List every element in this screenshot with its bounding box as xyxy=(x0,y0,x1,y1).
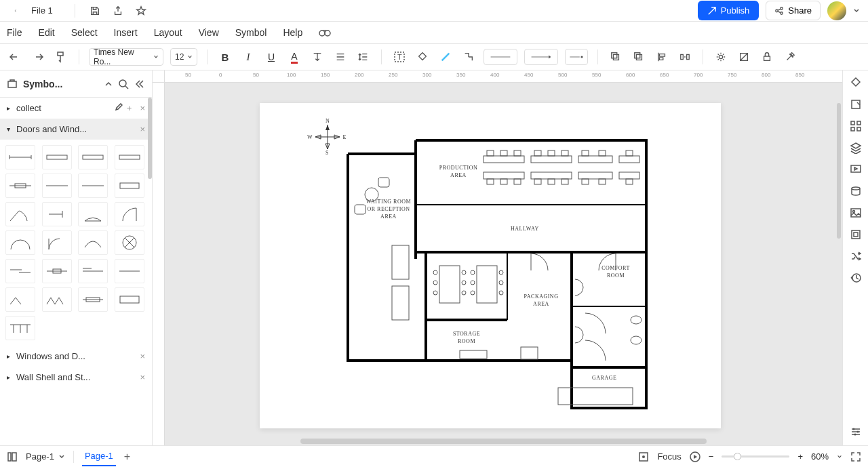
group-windows-doors[interactable]: ▸ Windows and D... × xyxy=(0,346,152,367)
group-doors-windows[interactable]: ▾ Doors and Wind... × xyxy=(0,119,152,140)
user-menu-chevron-icon[interactable] xyxy=(853,7,860,14)
group-collect[interactable]: ▸ collect + × xyxy=(0,98,152,119)
history-icon[interactable] xyxy=(849,271,863,285)
back-arrow-icon[interactable] xyxy=(14,5,26,17)
connector-button[interactable] xyxy=(460,49,477,65)
layers-panel-icon[interactable] xyxy=(849,141,863,155)
distribute-button[interactable] xyxy=(677,49,693,65)
symbol-window-3[interactable] xyxy=(78,174,108,198)
image-icon[interactable] xyxy=(849,206,863,220)
symbol-wall-2[interactable] xyxy=(78,145,108,169)
menu-select[interactable]: Select xyxy=(71,27,98,38)
canvas[interactable]: N S E W xyxy=(165,83,842,445)
undo-button[interactable] xyxy=(7,49,23,65)
plus-icon[interactable]: + xyxy=(127,103,132,113)
zoom-in-button[interactable]: + xyxy=(797,451,803,462)
symbol-bifold-2[interactable] xyxy=(5,287,35,312)
export-icon[interactable] xyxy=(112,5,124,17)
italic-button[interactable]: I xyxy=(240,49,256,65)
symbol-revolving[interactable] xyxy=(115,230,144,255)
symbol-bifold-3[interactable] xyxy=(42,287,72,312)
grid-panel-icon[interactable] xyxy=(849,119,863,133)
menu-file[interactable]: File xyxy=(7,27,22,38)
drawing-page[interactable]: N S E W xyxy=(260,103,721,428)
align-left-button[interactable] xyxy=(654,49,670,65)
font-select[interactable]: Times New Ro... xyxy=(89,48,163,66)
bold-button[interactable]: B xyxy=(217,49,233,65)
page-selector[interactable]: Page-1 xyxy=(26,451,65,462)
save-icon[interactable] xyxy=(89,5,101,17)
symbol-door-arc[interactable] xyxy=(78,202,108,226)
zoom-out-button[interactable]: − xyxy=(709,451,714,462)
symbol-door-left[interactable] xyxy=(42,230,72,255)
symbol-door-curve[interactable] xyxy=(78,230,108,255)
symbol-sliding-2[interactable] xyxy=(42,259,72,283)
line-color-button[interactable] xyxy=(437,49,454,65)
close-icon[interactable]: × xyxy=(140,372,145,382)
text-tool-button[interactable]: T xyxy=(391,49,408,65)
menu-symbol[interactable]: Symbol xyxy=(235,27,267,38)
group-wall-shell[interactable]: ▸ Wall Shell and St... × xyxy=(0,367,152,388)
format-painter-button[interactable] xyxy=(53,49,69,65)
tools-button[interactable] xyxy=(782,49,798,65)
play-icon[interactable] xyxy=(690,451,701,462)
menu-view[interactable]: View xyxy=(199,27,219,38)
symbol-door-half[interactable] xyxy=(115,202,144,226)
close-icon[interactable]: × xyxy=(140,124,145,134)
connector-end-select[interactable] xyxy=(565,49,588,65)
publish-button[interactable]: Publish xyxy=(698,1,760,20)
symbol-window-4[interactable] xyxy=(115,174,144,198)
data-icon[interactable] xyxy=(849,184,863,198)
edit-icon[interactable] xyxy=(115,103,123,113)
theme-button[interactable] xyxy=(736,49,752,65)
fullscreen-icon[interactable] xyxy=(850,451,861,462)
send-back-button[interactable] xyxy=(631,49,647,65)
add-page-button[interactable]: + xyxy=(124,451,130,463)
symbol-wall-3[interactable] xyxy=(115,145,144,169)
arrow-style-select[interactable] xyxy=(524,49,558,65)
fill-panel-icon[interactable] xyxy=(849,76,863,89)
lock-button[interactable] xyxy=(759,49,775,65)
bring-front-button[interactable] xyxy=(608,49,624,65)
horizontal-align-button[interactable] xyxy=(332,49,349,65)
symbol-bay-window[interactable] xyxy=(115,287,144,312)
symbol-pocket[interactable] xyxy=(78,259,108,283)
left-panel-scrollbar[interactable] xyxy=(148,98,152,179)
redo-button[interactable] xyxy=(30,49,46,65)
vertical-align-button[interactable] xyxy=(309,49,326,65)
settings-panel-icon[interactable] xyxy=(849,425,863,439)
symbol-window[interactable] xyxy=(5,174,35,198)
binoculars-icon[interactable] xyxy=(319,26,331,39)
shape-panel-icon[interactable] xyxy=(849,98,863,111)
menu-edit[interactable]: Edit xyxy=(39,27,55,38)
symbol-sliding[interactable] xyxy=(5,259,35,283)
close-icon[interactable]: × xyxy=(140,103,145,113)
menu-help[interactable]: Help xyxy=(283,27,302,38)
font-color-button[interactable]: A xyxy=(286,49,302,65)
symbol-wall[interactable] xyxy=(42,145,72,169)
symbol-door-swing[interactable] xyxy=(5,202,35,226)
star-icon[interactable] xyxy=(135,5,147,17)
symbol-door-stop[interactable] xyxy=(42,202,72,226)
menu-insert[interactable]: Insert xyxy=(114,27,138,38)
avatar[interactable] xyxy=(827,1,846,20)
page-tab[interactable]: Page-1 xyxy=(82,447,116,466)
outline-icon[interactable] xyxy=(7,451,18,462)
component-icon[interactable] xyxy=(849,228,863,241)
collapse-panel-icon[interactable] xyxy=(134,79,145,89)
present-icon[interactable] xyxy=(849,163,863,176)
zoom-dropdown-icon[interactable] xyxy=(837,454,842,460)
symbol-garage-door[interactable] xyxy=(5,316,35,340)
close-icon[interactable]: × xyxy=(140,351,145,361)
shuffle-icon[interactable] xyxy=(849,249,863,263)
effects-button[interactable] xyxy=(713,49,729,65)
line-spacing-button[interactable] xyxy=(355,49,372,65)
fill-button[interactable] xyxy=(414,49,431,65)
symbol-casement[interactable] xyxy=(78,287,108,312)
line-style-select[interactable] xyxy=(484,49,517,65)
search-icon[interactable] xyxy=(118,79,129,89)
zoom-slider[interactable] xyxy=(722,455,789,458)
symbol-window-2[interactable] xyxy=(42,174,72,198)
underline-button[interactable]: U xyxy=(263,49,279,65)
vertical-scrollbar[interactable] xyxy=(837,103,841,239)
